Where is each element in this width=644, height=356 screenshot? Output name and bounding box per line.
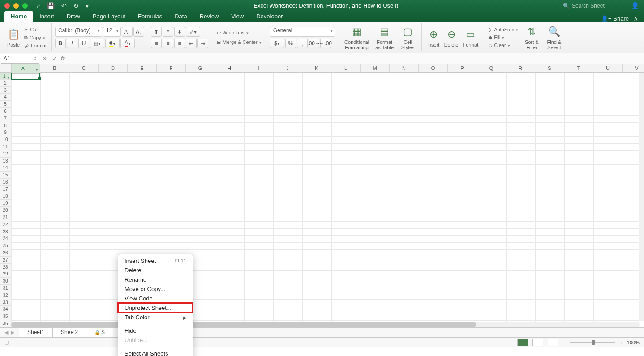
zoom-level[interactable]: 100% <box>627 340 640 345</box>
row-header[interactable]: 10 <box>0 136 11 143</box>
vertical-scrollbar[interactable] <box>639 73 644 321</box>
row-header[interactable]: 31 <box>0 285 11 292</box>
sheet-tab[interactable]: Sheet2 <box>52 328 86 337</box>
orientation-button[interactable]: ⤢▾ <box>186 27 200 37</box>
row-header[interactable]: 13 <box>0 158 11 165</box>
border-button[interactable]: ▦▾ <box>90 39 104 48</box>
row-header[interactable]: 21 <box>0 214 11 221</box>
column-header[interactable]: F <box>157 64 186 73</box>
paste-button[interactable]: 📋Paste <box>5 27 21 48</box>
page-layout-view-button[interactable] <box>532 339 543 346</box>
align-middle-button[interactable]: ≡ <box>163 27 173 37</box>
row-header[interactable]: 19 <box>0 200 11 207</box>
row-header[interactable]: 29 <box>0 270 11 278</box>
row-header[interactable]: 25 <box>0 242 11 249</box>
row-header[interactable]: 20 <box>0 207 11 214</box>
decrease-indent-button[interactable]: ⇤ <box>186 39 197 48</box>
row-header[interactable]: 17 <box>0 186 11 193</box>
context-menu-item[interactable]: Unprotect Sheet... <box>118 303 193 313</box>
column-header[interactable]: V <box>623 64 644 73</box>
tab-review[interactable]: Review <box>193 11 225 22</box>
home-icon[interactable]: ⌂ <box>37 2 40 9</box>
cancel-formula-icon[interactable]: ✕ <box>40 56 50 62</box>
column-header[interactable]: C <box>69 64 99 73</box>
row-header[interactable]: 7 <box>0 115 11 122</box>
align-right-button[interactable]: ≡ <box>174 39 185 48</box>
tab-view[interactable]: View <box>225 11 250 22</box>
percent-button[interactable]: % <box>285 39 296 48</box>
column-header[interactable]: I <box>244 64 273 73</box>
sheet-prev-icon[interactable]: ◀ <box>4 330 8 335</box>
zoom-in-button[interactable]: + <box>619 340 622 345</box>
row-header[interactable]: 14 <box>0 164 11 172</box>
tab-draw[interactable]: Draw <box>60 11 86 22</box>
delete-cells-button[interactable]: ⊖Delete <box>442 27 460 48</box>
zoom-out-button[interactable]: − <box>563 340 566 345</box>
row-header[interactable]: 3 <box>0 87 11 94</box>
bold-button[interactable]: B <box>55 39 66 48</box>
conditional-formatting-button[interactable]: ▦Conditional Formatting <box>342 24 372 51</box>
row-headers[interactable]: 1234567891011121314151617181920212223242… <box>0 73 11 327</box>
context-menu-item[interactable]: Select All Sheets <box>118 349 193 356</box>
comma-button[interactable]: ͵ <box>297 39 308 48</box>
tab-insert[interactable]: Insert <box>33 11 60 22</box>
column-header[interactable]: P <box>448 64 477 73</box>
wrap-text-button[interactable]: ↩Wrap Text <box>215 29 263 37</box>
horizontal-scrollbar[interactable] <box>11 322 640 327</box>
row-header[interactable]: 16 <box>0 179 11 186</box>
column-header[interactable]: N <box>390 64 419 73</box>
column-headers[interactable]: ABCDEFGHIJKLMNOPQRSTUV <box>11 64 644 73</box>
increase-indent-button[interactable]: ⇥ <box>197 39 208 48</box>
collapse-ribbon-icon[interactable]: ʌ <box>634 15 638 22</box>
row-header[interactable]: 28 <box>0 264 11 271</box>
row-header[interactable]: 4 <box>0 94 11 101</box>
context-menu-item[interactable]: Rename <box>118 275 193 284</box>
tab-developer[interactable]: Developer <box>250 11 289 22</box>
decrease-decimal-button[interactable]: ←.00 <box>320 39 331 48</box>
row-header[interactable]: 24 <box>0 235 11 242</box>
column-header[interactable]: R <box>506 64 535 73</box>
sheet-next-icon[interactable]: ▶ <box>11 330 14 335</box>
search-input[interactable] <box>572 3 626 9</box>
cell-styles-button[interactable]: ▢Cell Styles <box>397 24 419 51</box>
increase-font-button[interactable]: A↑ <box>122 27 133 37</box>
macro-record-icon[interactable]: ▢ <box>4 339 9 345</box>
row-header[interactable]: 11 <box>0 143 11 150</box>
sheet-tab[interactable]: Sheet1 <box>19 328 53 337</box>
row-header[interactable]: 12 <box>0 150 11 158</box>
row-header[interactable]: 34 <box>0 306 11 313</box>
row-header[interactable]: 35 <box>0 313 11 320</box>
page-break-view-button[interactable] <box>548 339 558 346</box>
copy-button[interactable]: ⧉Copy <box>22 34 48 42</box>
row-header[interactable]: 18 <box>0 193 11 200</box>
name-box[interactable]: A1▴▾ <box>1 54 39 64</box>
font-name-select[interactable]: Calibri (Body) <box>55 27 102 37</box>
row-header[interactable]: 26 <box>0 249 11 257</box>
context-menu-item[interactable]: View Code <box>118 294 193 303</box>
align-bottom-button[interactable]: ⬇ <box>174 27 185 37</box>
close-window-icon[interactable] <box>4 3 10 9</box>
row-header[interactable]: 23 <box>0 228 11 236</box>
qat-chevron-icon[interactable]: ▾ <box>86 2 89 9</box>
row-header[interactable]: 33 <box>0 299 11 306</box>
context-menu-item[interactable]: Hide <box>118 326 193 335</box>
column-header[interactable]: B <box>40 64 69 73</box>
underline-button[interactable]: U <box>78 39 89 48</box>
column-header[interactable]: K <box>302 64 331 73</box>
column-header[interactable]: T <box>564 64 593 73</box>
column-header[interactable]: M <box>361 64 390 73</box>
context-menu-item[interactable]: Delete <box>118 266 193 275</box>
column-header[interactable]: Q <box>477 64 506 73</box>
column-header[interactable]: U <box>593 64 623 73</box>
tab-data[interactable]: Data <box>168 11 193 22</box>
column-header[interactable]: S <box>535 64 564 73</box>
row-header[interactable]: 27 <box>0 257 11 264</box>
minimize-window-icon[interactable] <box>13 3 19 9</box>
row-header[interactable]: 6 <box>0 108 11 115</box>
normal-view-button[interactable] <box>517 339 528 346</box>
format-as-table-button[interactable]: ▤Format as Table <box>373 24 396 51</box>
context-menu-item[interactable]: Insert Sheet⇧F11 <box>118 256 193 266</box>
worksheet-grid[interactable]: ABCDEFGHIJKLMNOPQRSTUV 12345678910111213… <box>0 64 644 327</box>
number-format-select[interactable]: General <box>270 27 335 37</box>
column-header[interactable]: J <box>273 64 302 73</box>
